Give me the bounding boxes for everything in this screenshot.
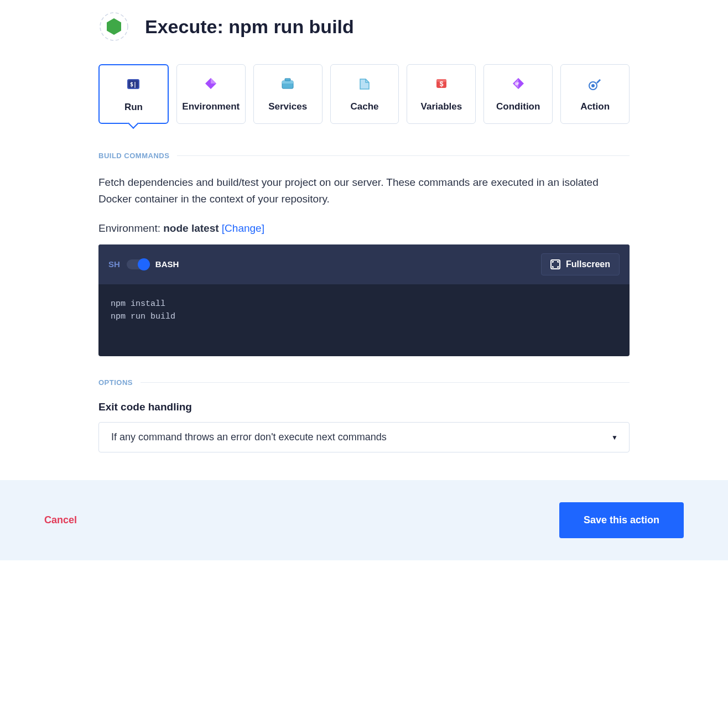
svg-rect-9	[285, 79, 290, 81]
sh-label: SH	[108, 259, 120, 269]
change-environment-link[interactable]: [Change]	[222, 222, 264, 234]
svg-marker-6	[211, 78, 216, 84]
shell-toggle-group: SH BASH	[108, 259, 179, 269]
tab-variables[interactable]: $ Variables	[407, 64, 476, 124]
fullscreen-icon	[550, 259, 560, 269]
svg-text:IF: IF	[515, 81, 519, 86]
variables-icon: $	[434, 76, 449, 91]
options-section-label: OPTIONS	[98, 378, 630, 387]
svg-text:$|: $|	[130, 81, 137, 88]
action-icon	[587, 76, 603, 91]
tab-label: Action	[580, 101, 610, 112]
environment-icon	[203, 76, 219, 91]
build-commands-description: Fetch dependencies and build/test your p…	[98, 174, 630, 208]
tab-label: Cache	[350, 101, 378, 112]
tab-label: Variables	[421, 101, 462, 112]
page-header: Execute: npm run build	[98, 11, 630, 42]
environment-value: node latest	[163, 222, 219, 234]
tab-run[interactable]: $| Run	[98, 64, 169, 124]
footer-bar: Cancel Save this action	[0, 480, 728, 560]
command-editor: SH BASH Fullscreen npm install npm run b…	[98, 244, 630, 357]
toggle-knob	[138, 258, 150, 270]
fullscreen-button[interactable]: Fullscreen	[541, 253, 620, 275]
build-commands-section-label: BUILD COMMANDS	[98, 152, 630, 160]
tab-services[interactable]: Services	[253, 64, 323, 124]
editor-code[interactable]: npm install npm run build	[98, 284, 630, 357]
cancel-button[interactable]: Cancel	[44, 514, 77, 526]
tab-action[interactable]: Action	[560, 64, 630, 124]
tab-condition[interactable]: IF Condition	[483, 64, 553, 124]
services-icon	[280, 76, 295, 91]
tab-label: Run	[124, 102, 143, 113]
svg-point-17	[591, 84, 595, 87]
tab-label: Services	[268, 101, 307, 112]
svg-text:$: $	[440, 80, 444, 88]
condition-icon: IF	[511, 76, 526, 91]
tab-label: Condition	[496, 101, 540, 112]
shell-toggle[interactable]	[127, 259, 149, 269]
svg-rect-8	[282, 81, 293, 84]
svg-marker-1	[107, 18, 121, 35]
tab-label: Environment	[182, 101, 240, 112]
save-action-button[interactable]: Save this action	[559, 502, 684, 538]
exit-code-label: Exit code handling	[98, 401, 630, 413]
tab-environment[interactable]: Environment	[176, 64, 246, 124]
action-logo-icon	[98, 11, 129, 42]
bash-label: BASH	[155, 259, 179, 269]
cache-icon	[357, 76, 372, 91]
environment-line: Environment: node latest [Change]	[98, 222, 630, 235]
exit-code-select[interactable]: If any command throws an error don't exe…	[98, 422, 630, 452]
tab-cache[interactable]: Cache	[330, 64, 399, 124]
tabs-row: $| Run Environment Services Cache $	[98, 64, 630, 124]
run-icon: $|	[126, 76, 141, 92]
editor-header: SH BASH Fullscreen	[98, 244, 630, 284]
page-title: Execute: npm run build	[145, 16, 354, 38]
